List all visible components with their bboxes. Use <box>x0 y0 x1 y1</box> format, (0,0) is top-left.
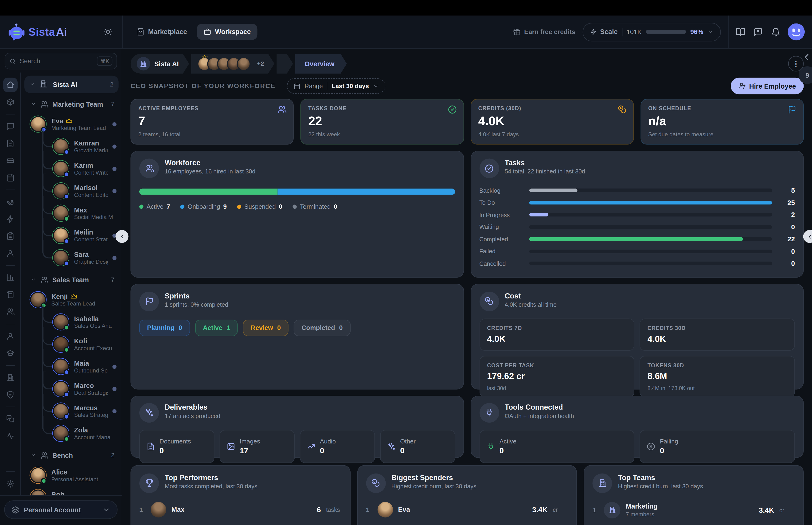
rail-file-text-icon[interactable] <box>3 136 17 151</box>
rail-wrench-icon[interactable] <box>3 195 17 209</box>
rail-shield-icon[interactable] <box>3 388 17 402</box>
rail-user-icon[interactable] <box>3 329 17 344</box>
tools-item-active: Active0 <box>479 430 634 463</box>
plan-label: Scale <box>590 28 618 36</box>
sidebar-member-kenji[interactable]: KenjiSales Team Lead <box>25 289 119 311</box>
sidebar-group-bench[interactable]: Bench2 <box>25 445 119 464</box>
sidebar-member-alice[interactable]: AlicePersonal Assistant <box>25 464 119 486</box>
legend-suspended: Suspended0 <box>237 203 282 210</box>
task-row-failed: Failed0 <box>479 245 795 258</box>
account-avatar[interactable] <box>787 23 805 41</box>
snapshot-toolbar: CEO SNAPSHOT OF YOUR WORKFORCE Range Las… <box>131 75 803 97</box>
legend-terminated: Terminated0 <box>293 203 337 210</box>
rail-calendar-icon[interactable] <box>3 170 17 185</box>
rail-activity-icon[interactable] <box>3 429 17 444</box>
rail-graduation-cap-icon[interactable] <box>3 346 17 360</box>
file-text-icon <box>147 442 155 450</box>
rail-gear-icon[interactable] <box>3 477 17 491</box>
theme-toggle-sun-icon[interactable] <box>101 25 115 39</box>
rail-package-icon[interactable] <box>3 95 17 109</box>
sidebar-member-sara[interactable]: SaraGraphic Desig <box>39 246 119 269</box>
rail-messages-icon[interactable] <box>3 412 17 426</box>
member-role: Social Media M <box>74 214 113 220</box>
rail-server-icon[interactable] <box>3 153 17 168</box>
member-text: MarcusSales Strategis <box>74 404 108 418</box>
status-dot <box>64 238 69 244</box>
app-window: SistaAi MarketplaceWorkspace Earn free c… <box>0 0 812 525</box>
notifications-bell-icon[interactable] <box>771 27 781 37</box>
legend-onboarding: Onboarding9 <box>181 203 227 210</box>
task-row-to-do: To Do25 <box>479 196 795 209</box>
task-row-cancelled: Cancelled0 <box>479 257 795 270</box>
rail-users-icon[interactable] <box>3 304 17 319</box>
sprint-pill-completed[interactable]: Completed0 <box>294 319 350 336</box>
rail-zap-icon[interactable] <box>3 212 17 226</box>
task-bar-track <box>529 225 772 229</box>
member-name: Meilin <box>74 228 108 236</box>
breadcrumb-overview-tab[interactable]: Overview <box>295 54 347 74</box>
kpi-value: 7 <box>138 114 286 129</box>
member-name-text: Karim <box>74 162 93 169</box>
feedback-chat-icon[interactable] <box>753 27 763 37</box>
member-text: SaraGraphic Desig <box>74 251 108 265</box>
mini-value: 0 <box>500 446 517 455</box>
rail-clipboard-icon[interactable] <box>3 229 17 243</box>
building-icon <box>593 473 612 493</box>
cost-stat: CREDITS 7D4.0K <box>479 318 634 350</box>
sidebar-group-marketing-team[interactable]: Marketing Team7 <box>25 93 119 113</box>
rail-message-square-icon[interactable] <box>3 119 17 134</box>
rail-home-icon[interactable] <box>3 78 17 92</box>
hire-employee-button[interactable]: Hire Employee <box>731 78 803 94</box>
sidebar-collapse-button[interactable] <box>116 230 128 243</box>
sidebar-org-row[interactable]: Sista AI2 <box>25 76 119 93</box>
group-count: 7 <box>111 101 114 108</box>
row-sprints-cost: Sprints 1 sprints, 0% completed Planning… <box>131 284 803 389</box>
earn-credits-button[interactable]: Earn free credits <box>513 28 575 35</box>
account-switcher[interactable]: Personal Account <box>4 500 118 519</box>
sprint-pill-active[interactable]: Active1 <box>195 319 238 336</box>
avatar <box>377 502 393 517</box>
sidebar-member-eva[interactable]: EvaMarketing Team Lead <box>25 113 119 135</box>
coins-icon <box>479 291 499 311</box>
users-icon <box>278 105 287 114</box>
workforce-stacked-bar <box>139 189 455 195</box>
member-name: Kenji <box>51 292 95 300</box>
divider <box>5 265 15 266</box>
task-row-completed: Completed22 <box>479 233 795 245</box>
date-range-picker[interactable]: Range Last 30 days <box>287 78 386 94</box>
leaderboard-row[interactable]: 1Max6tasks <box>139 502 342 517</box>
sidebar-member-bob[interactable]: BobExecutive Assistant <box>25 486 119 495</box>
chevron-left-icon[interactable] <box>801 52 812 65</box>
tab-workspace[interactable]: Workspace <box>197 24 258 40</box>
rail-scroll-icon[interactable] <box>3 287 17 302</box>
tools-card: Tools Connected OAuth + integration heal… <box>470 395 803 457</box>
app-logo[interactable]: SistaAi <box>8 23 67 41</box>
breadcrumb-member[interactable] <box>277 54 293 74</box>
mini-value: 17 <box>240 446 260 455</box>
member-name-text: Bob <box>51 491 64 495</box>
flag-icon <box>139 291 159 311</box>
search-input[interactable] <box>20 58 93 65</box>
rail-bar-chart-icon[interactable] <box>3 270 17 285</box>
leaderboard-row[interactable]: 1Marketing7 members3.4Kcr <box>593 502 795 519</box>
kpi-label: CREDITS (30D) <box>478 105 626 111</box>
member-role: Growth Market <box>74 147 108 153</box>
breadcrumb-org[interactable]: Sista AI <box>131 54 189 74</box>
tab-marketplace[interactable]: Marketplace <box>130 24 194 40</box>
kpi-card: ACTIVE EMPLOYEES72 teams, 16 total <box>131 99 294 145</box>
sprint-pill-planning[interactable]: Planning0 <box>139 319 190 336</box>
leaderboard-row[interactable]: 1Eva3.4Kcr <box>366 502 568 517</box>
sprint-pill-review[interactable]: Review0 <box>243 319 289 336</box>
plan-usage-pill[interactable]: Scale 101K 96% <box>582 22 721 41</box>
workforce-legend: Active7Onboarding9Suspended0Terminated0 <box>139 203 455 210</box>
kpi-card: ON SCHEDULEn/aSet due dates to measure <box>641 99 804 145</box>
rail-building-icon[interactable] <box>3 370 17 385</box>
sidebar-member-zola[interactable]: ZolaAccount Mana <box>39 422 119 445</box>
sidebar-group-sales-team[interactable]: Sales Team7 <box>25 269 119 289</box>
docs-book-icon[interactable] <box>736 27 745 37</box>
breadcrumb-team-avatars[interactable]: +2 <box>191 54 274 74</box>
rail-user-icon[interactable] <box>3 246 17 260</box>
avatar <box>52 313 70 330</box>
card-title: Top Performers <box>165 473 257 481</box>
divider <box>5 190 15 190</box>
